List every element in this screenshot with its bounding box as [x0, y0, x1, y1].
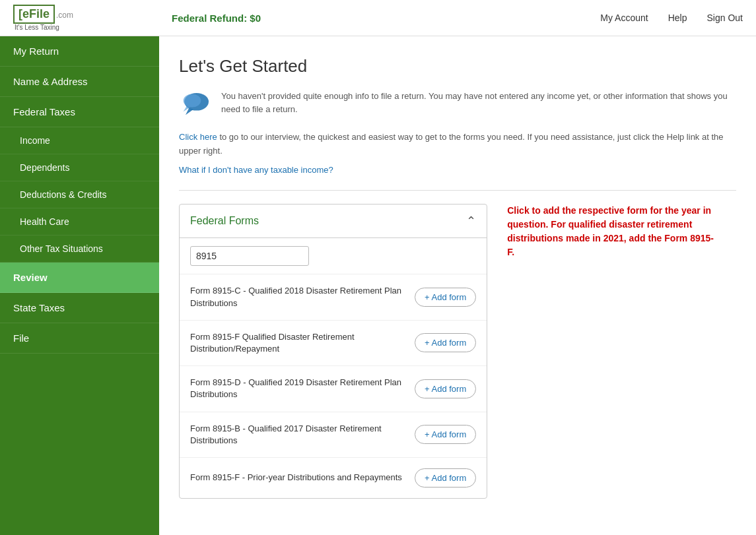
page-title: Let's Get Started [179, 56, 736, 77]
form-row-8915d: Form 8915-D - Qualified 2019 Disaster Re… [180, 366, 487, 412]
logo-tagline: It's Less Taxing [15, 24, 73, 31]
sidebar-item-federal-taxes[interactable]: Federal Taxes [0, 97, 159, 127]
sidebar-label-federal-taxes: Federal Taxes [13, 106, 75, 117]
sign-out-link[interactable]: Sign Out [707, 13, 743, 23]
my-account-link[interactable]: My Account [600, 13, 648, 23]
add-form-8915b-button[interactable]: + Add form [415, 425, 476, 444]
sidebar-item-file[interactable]: File [0, 323, 159, 354]
sidebar-item-other-tax[interactable]: Other Tax Situations [0, 236, 159, 263]
sidebar-label-file: File [13, 332, 29, 344]
federal-refund-label: Federal Refund: [172, 13, 247, 24]
forms-panel-header: Federal Forms ⌃ [180, 205, 487, 238]
main-content: Let's Get Started You haven't provided q… [159, 36, 756, 535]
sidebar-label-deductions-credits: Deductions & Credits [20, 189, 107, 200]
sidebar-item-name-address[interactable]: Name & Address [0, 67, 159, 97]
sidebar-label-my-return: My Return [13, 46, 59, 57]
form-name-8915c: Form 8915-C - Qualified 2018 Disaster Re… [190, 285, 415, 309]
sidebar-label-other-tax: Other Tax Situations [20, 243, 103, 254]
form-name-8915f-disaster: Form 8915-F Qualified Disaster Retiremen… [190, 331, 415, 355]
callout-box: Click to add the respective form for the… [507, 204, 718, 259]
logo-block: [eFile .com It's Less Taxing [13, 5, 73, 31]
form-name-8915b: Form 8915-B - Qualified 2017 Disaster Re… [190, 423, 415, 447]
info-message: You haven't provided quite enough info t… [221, 90, 736, 115]
form-row-8915f-disaster: Form 8915-F Qualified Disaster Retiremen… [180, 321, 487, 366]
sidebar-item-review[interactable]: Review [0, 263, 159, 293]
add-form-8915d-button[interactable]: + Add form [415, 379, 476, 398]
sidebar-label-health-care: Health Care [20, 216, 69, 227]
forms-panel-title: Federal Forms [190, 215, 259, 227]
header: [eFile .com It's Less Taxing Federal Ref… [0, 0, 756, 36]
interview-text: to go to our interview, the quickest and… [179, 132, 724, 156]
sidebar-item-my-return[interactable]: My Return [0, 36, 159, 67]
header-nav: My Account Help Sign Out [600, 13, 743, 23]
add-form-8915c-button[interactable]: + Add form [415, 288, 476, 307]
add-form-8915f-disaster-button[interactable]: + Add form [415, 333, 476, 352]
form-search-input[interactable] [190, 246, 309, 266]
sidebar: My Return Name & Address Federal Taxes I… [0, 36, 159, 535]
search-wrap [180, 238, 487, 274]
logo-efile-e: e [22, 7, 29, 20]
sidebar-item-deductions-credits[interactable]: Deductions & Credits [0, 181, 159, 208]
help-link[interactable]: Help [668, 13, 687, 23]
sidebar-label-state-taxes: State Taxes [13, 302, 65, 313]
form-row-8915f-prior: Form 8915-F - Prior-year Distributions a… [180, 458, 487, 498]
federal-refund-display: Federal Refund: $0 [172, 13, 600, 24]
sidebar-label-dependents: Dependents [20, 162, 70, 173]
callout-text: Click to add the respective form for the… [507, 205, 714, 257]
federal-refund-value: $0 [250, 13, 261, 24]
form-name-8915d: Form 8915-D - Qualified 2019 Disaster Re… [190, 377, 415, 400]
info-box: You haven't provided quite enough info t… [179, 90, 736, 117]
speech-bubble-icon [179, 91, 212, 117]
form-name-8915f-prior: Form 8915-F - Prior-year Distributions a… [190, 472, 402, 484]
svg-point-2 [184, 94, 201, 108]
sidebar-item-state-taxes[interactable]: State Taxes [0, 293, 159, 323]
sidebar-label-name-address: Name & Address [13, 76, 88, 87]
no-taxable-income-link[interactable]: What if I don't have any taxable income? [179, 164, 736, 177]
form-row-8915c: Form 8915-C - Qualified 2018 Disaster Re… [180, 274, 487, 320]
logo-icon: [eFile [13, 5, 55, 24]
collapse-icon[interactable]: ⌃ [466, 214, 476, 228]
form-row-8915b: Form 8915-B - Qualified 2017 Disaster Re… [180, 412, 487, 458]
federal-forms-panel: Federal Forms ⌃ Form 8915-C - Qualified … [179, 204, 487, 499]
logo-efile-file: File [29, 7, 50, 20]
add-form-8915f-prior-button[interactable]: + Add form [415, 468, 476, 488]
main-layout: My Return Name & Address Federal Taxes I… [0, 36, 756, 535]
sidebar-item-dependents[interactable]: Dependents [0, 154, 159, 181]
interview-paragraph: Click here to go to our interview, the q… [179, 131, 736, 158]
sidebar-item-income[interactable]: Income [0, 127, 159, 154]
logo-com: .com [56, 11, 73, 20]
interview-link[interactable]: Click here [179, 132, 217, 142]
sidebar-label-review: Review [13, 272, 48, 283]
logo-area: [eFile .com It's Less Taxing [13, 5, 172, 31]
section-divider [179, 190, 736, 191]
sidebar-item-health-care[interactable]: Health Care [0, 208, 159, 236]
forms-and-callout: Federal Forms ⌃ Form 8915-C - Qualified … [179, 204, 736, 512]
sidebar-label-income: Income [20, 135, 50, 146]
